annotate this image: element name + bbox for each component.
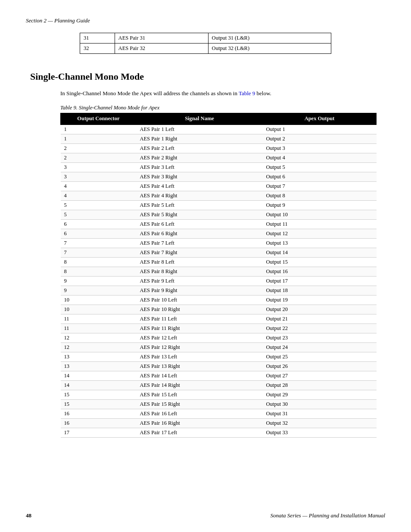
table-row: 3AES Pair 3 LeftOutput 5 xyxy=(61,162,377,172)
table-cell: AES Pair 11 Left xyxy=(136,314,262,324)
body-text-before: In Single-Channel Mono Mode the Apex wil… xyxy=(60,90,237,96)
table-cell: AES Pair 9 Left xyxy=(136,276,262,286)
table-row: 6AES Pair 6 RightOutput 12 xyxy=(61,229,377,238)
table-cell: Output 23 xyxy=(263,333,377,342)
table-cell: AES Pair 6 Left xyxy=(136,219,262,229)
main-table: Output ConnectorSignal NameApex Output 1… xyxy=(60,113,377,438)
table-cell: 8 xyxy=(61,257,137,267)
table-cell: AES Pair 15 Left xyxy=(136,390,262,399)
table-cell: 7 xyxy=(61,248,137,257)
main-table-wrap: Output ConnectorSignal NameApex Output 1… xyxy=(60,113,377,438)
table-cell: 1 xyxy=(61,124,137,134)
table-cell: 6 xyxy=(61,219,137,229)
footer: 48 Sonata Series — Planning and Installa… xyxy=(26,512,385,519)
table-cell: AES Pair 7 Left xyxy=(136,238,262,248)
table-cell: AES Pair 7 Right xyxy=(136,248,262,257)
table-cell: AES Pair 3 Right xyxy=(136,172,262,181)
table-row: 4AES Pair 4 RightOutput 8 xyxy=(61,191,377,200)
table-cell: Output 21 xyxy=(263,314,377,324)
table-9-link[interactable]: Table 9 xyxy=(239,90,255,96)
table-row: 11AES Pair 11 RightOutput 22 xyxy=(61,324,377,333)
table-row: 14AES Pair 14 RightOutput 28 xyxy=(61,380,377,390)
table-cell: 3 xyxy=(61,162,137,172)
table-row: 5AES Pair 5 RightOutput 10 xyxy=(61,210,377,219)
table-cell: Output 24 xyxy=(263,342,377,352)
table-cell: Output 10 xyxy=(263,210,377,219)
table-cell: AES Pair 10 Right xyxy=(136,305,262,314)
column-header: Apex Output xyxy=(263,113,377,124)
table-row: 7AES Pair 7 LeftOutput 13 xyxy=(61,238,377,248)
table-row: 15AES Pair 15 RightOutput 30 xyxy=(61,399,377,409)
page: Section 2 — Planning Guide 31AES Pair 31… xyxy=(0,0,411,532)
table-cell: 9 xyxy=(61,286,137,295)
table-header: Output ConnectorSignal NameApex Output xyxy=(61,113,377,124)
table-cell: Output 17 xyxy=(263,276,377,286)
table-cell: 3 xyxy=(61,172,137,181)
table-body: 1AES Pair 1 LeftOutput 11AES Pair 1 Righ… xyxy=(61,124,377,438)
table-cell: 10 xyxy=(61,305,137,314)
table-row: 17AES Pair 17 LeftOutput 33 xyxy=(61,428,377,437)
table-cell: Output 11 xyxy=(263,219,377,229)
table-cell: Output 30 xyxy=(263,399,377,409)
body-text: In Single-Channel Mono Mode the Apex wil… xyxy=(60,89,385,98)
table-cell: 16 xyxy=(61,409,137,418)
table-cell: Output 16 xyxy=(263,267,377,276)
table-cell: Output 15 xyxy=(263,257,377,267)
table-cell: 11 xyxy=(61,314,137,324)
table-cell: 15 xyxy=(61,390,137,399)
table-cell: Output 19 xyxy=(263,295,377,305)
table-cell: 12 xyxy=(61,342,137,352)
table-cell: Output 31 xyxy=(263,409,377,418)
table-cell: Output 5 xyxy=(263,162,377,172)
body-text-after: below. xyxy=(255,90,271,96)
table-cell: AES Pair 12 Left xyxy=(136,333,262,342)
table-row: 8AES Pair 8 RightOutput 16 xyxy=(61,267,377,276)
table-cell: Output 25 xyxy=(263,352,377,361)
table-cell: AES Pair 14 Right xyxy=(136,380,262,390)
table-cell: Output 9 xyxy=(263,200,377,210)
table-cell: Output 27 xyxy=(263,371,377,380)
column-header: Output Connector xyxy=(61,113,137,124)
table-cell: 2 xyxy=(61,143,137,153)
table-cell: Output 20 xyxy=(263,305,377,314)
table-cell: AES Pair 4 Left xyxy=(136,181,262,191)
table-cell: AES Pair 14 Left xyxy=(136,371,262,380)
table-caption: Table 9. Single-Channel Mono Mode for Ap… xyxy=(60,105,385,111)
footer-title: Sonata Series — Planning and Installatio… xyxy=(271,512,386,519)
table-cell: 10 xyxy=(61,295,137,305)
table-row: 32AES Pair 32Output 32 (L&R) xyxy=(80,44,331,54)
table-cell: 5 xyxy=(61,200,137,210)
table-cell: AES Pair 16 Left xyxy=(136,409,262,418)
table-cell: AES Pair 6 Right xyxy=(136,229,262,238)
table-cell: Output 32 xyxy=(263,418,377,428)
table-cell: 5 xyxy=(61,210,137,219)
table-row: 11AES Pair 11 LeftOutput 21 xyxy=(61,314,377,324)
table-row: 9AES Pair 9 LeftOutput 17 xyxy=(61,276,377,286)
table-row: 13AES Pair 13 RightOutput 26 xyxy=(61,361,377,371)
table-cell: 14 xyxy=(61,371,137,380)
table-row: 12AES Pair 12 RightOutput 24 xyxy=(61,342,377,352)
table-cell: Output 29 xyxy=(263,390,377,399)
table-cell: 9 xyxy=(61,276,137,286)
page-number: 48 xyxy=(26,512,31,519)
table-cell: 15 xyxy=(61,399,137,409)
table-cell: AES Pair 1 Left xyxy=(136,124,262,134)
table-cell: AES Pair 11 Right xyxy=(136,324,262,333)
table-cell: 14 xyxy=(61,380,137,390)
table-row: 6AES Pair 6 LeftOutput 11 xyxy=(61,219,377,229)
table-cell: AES Pair 2 Right xyxy=(136,153,262,162)
table-cell: 7 xyxy=(61,238,137,248)
table-cell: Output 2 xyxy=(263,134,377,143)
table-cell: Output 32 (L&R) xyxy=(208,44,331,54)
table-row: 5AES Pair 5 LeftOutput 9 xyxy=(61,200,377,210)
table-cell: Output 4 xyxy=(263,153,377,162)
table-cell: AES Pair 9 Right xyxy=(136,286,262,295)
table-cell: AES Pair 2 Left xyxy=(136,143,262,153)
table-cell: 11 xyxy=(61,324,137,333)
table-cell: 2 xyxy=(61,153,137,162)
table-cell: Output 14 xyxy=(263,248,377,257)
table-cell: AES Pair 12 Right xyxy=(136,342,262,352)
table-cell: 8 xyxy=(61,267,137,276)
table-cell: 17 xyxy=(61,428,137,437)
summary-table: 31AES Pair 31Output 31 (L&R)32AES Pair 3… xyxy=(80,33,331,54)
